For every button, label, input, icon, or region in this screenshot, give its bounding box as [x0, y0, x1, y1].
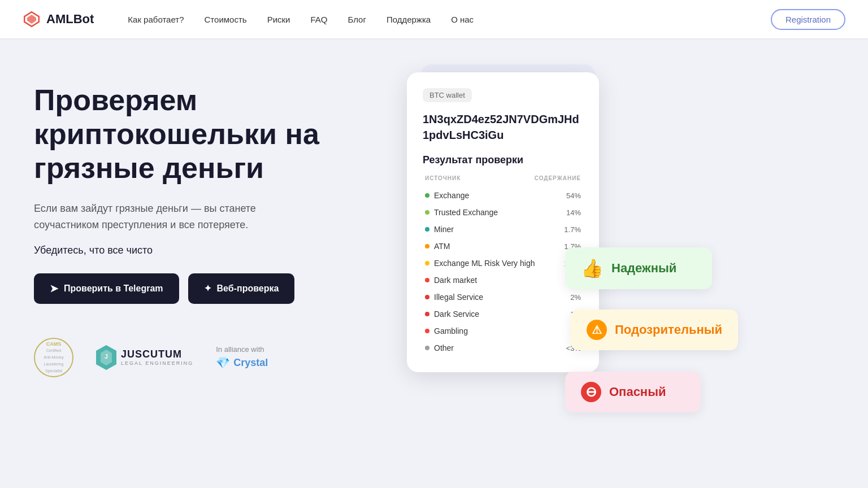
dot-icon: [425, 244, 429, 249]
table-row: Dark market 3%: [423, 272, 583, 289]
logo-text: AMLBot: [46, 12, 94, 27]
table-row: Illegal Service 2%: [423, 289, 583, 306]
table-row: Dark Service 1%: [423, 306, 583, 323]
telegram-button-label: Проверить в Telegram: [64, 284, 163, 294]
warning-icon: ⚠: [587, 320, 607, 340]
juscutum-partner: J JUSCUTUM LEGAL ENGINEERING: [96, 345, 193, 370]
nav-blog[interactable]: Блог: [348, 15, 366, 24]
dot-icon: [425, 346, 429, 350]
dot-icon: [425, 210, 429, 215]
register-button[interactable]: Registration: [771, 9, 845, 30]
web-check-label: Веб-проверка: [217, 284, 279, 294]
table-header: ИСТОЧНИК СОДЕРЖАНИЕ: [423, 175, 583, 181]
demo-section: BTC wallet 1N3qxZD4ez52JN7VDGmJHd1pdvLsH…: [396, 72, 845, 468]
cta-buttons: ➤ Проверить в Telegram ✦ Веб-проверка: [34, 273, 373, 304]
table-row: Trusted Exchange 14%: [423, 204, 583, 221]
table-row: Other <3%: [423, 339, 583, 356]
status-dangerous-card: ⊖ Опасный: [565, 372, 701, 412]
main-content: Проверяем криптокошельки на грязные день…: [0, 38, 868, 468]
svg-marker-1: [27, 15, 36, 24]
dot-icon: [425, 329, 429, 333]
thumbs-up-icon: 👍: [581, 258, 604, 279]
telegram-button[interactable]: ➤ Проверить в Telegram: [34, 273, 179, 304]
dot-icon: [425, 278, 429, 282]
telegram-icon: ➤: [50, 282, 58, 295]
dot-icon: [425, 227, 429, 232]
col-source: ИСТОЧНИК: [425, 175, 461, 181]
crystal-partner: In alliance with 💎 Crystal: [216, 345, 268, 369]
btc-badge: BTC wallet: [423, 88, 472, 102]
crystal-gem-icon: 💎: [216, 356, 230, 369]
status-suspicious-card: ⚠ Подозрительный: [571, 310, 738, 350]
status-dangerous-label: Опасный: [609, 385, 666, 399]
logo-icon: [23, 10, 41, 28]
hero-section: Проверяем криптокошельки на грязные день…: [34, 72, 373, 468]
col-content: СОДЕРЖАНИЕ: [535, 175, 581, 181]
nav-faq[interactable]: FAQ: [310, 15, 327, 24]
result-title: Результат проверки: [423, 154, 583, 166]
hero-subtitle: Если вам зайдут грязные деньги — вы стан…: [34, 201, 305, 233]
partners-section: CAMSCertifiedAnti-MoneyLaunderingSpecial…: [34, 338, 373, 377]
nav-links: Как работает? Стоимость Риски FAQ Блог П…: [128, 15, 771, 24]
table-row: Exchange ML Risk Very high 1.7%: [423, 255, 583, 272]
status-reliable-card: 👍 Надежный: [565, 247, 712, 289]
cams-badge: CAMSCertifiedAnti-MoneyLaunderingSpecial…: [34, 338, 73, 377]
check-card: BTC wallet 1N3qxZD4ez52JN7VDGmJHd1pdvLsH…: [407, 72, 599, 372]
crystal-brand: 💎 Crystal: [216, 356, 268, 369]
crystal-label: Crystal: [233, 357, 268, 369]
hero-title: Проверяем криптокошельки на грязные день…: [34, 84, 373, 185]
svg-text:J: J: [105, 354, 108, 360]
cams-text: CAMSCertifiedAnti-MoneyLaunderingSpecial…: [44, 341, 63, 374]
alliance-label: In alliance with: [216, 345, 264, 354]
table-row: Gambling 3%: [423, 323, 583, 339]
dot-icon: [425, 261, 429, 265]
wallet-address: 1N3qxZD4ez52JN7VDGmJHd1pdvLsHC3iGu: [423, 111, 583, 143]
table-row: ATM 1.7%: [423, 238, 583, 255]
juscutum-text: JUSCUTUM LEGAL ENGINEERING: [121, 348, 193, 366]
juscutum-sub: LEGAL ENGINEERING: [121, 360, 193, 366]
dot-icon: [425, 193, 429, 198]
juscutum-icon: J: [96, 345, 116, 370]
juscutum-name: JUSCUTUM: [121, 348, 193, 360]
logo[interactable]: AMLBot: [23, 10, 94, 28]
nav-support[interactable]: Поддержка: [387, 15, 431, 24]
nav-risks[interactable]: Риски: [267, 15, 290, 24]
nav-cost[interactable]: Стоимость: [205, 15, 247, 24]
status-suspicious-label: Подозрительный: [615, 323, 722, 337]
table-row: Miner 1.7%: [423, 221, 583, 238]
cams-partner: CAMSCertifiedAnti-MoneyLaunderingSpecial…: [34, 338, 73, 377]
hero-cta: Убедитесь, что все чисто: [34, 245, 373, 256]
danger-icon: ⊖: [581, 382, 601, 402]
nav-how[interactable]: Как работает?: [128, 15, 184, 24]
dot-icon: [425, 295, 429, 299]
table-row: Exchange 54%: [423, 187, 583, 204]
aml-icon: ✦: [204, 283, 211, 294]
nav-about[interactable]: О нас: [451, 15, 474, 24]
status-reliable-label: Надежный: [611, 261, 676, 276]
web-check-button[interactable]: ✦ Веб-проверка: [188, 273, 295, 304]
dot-icon: [425, 312, 429, 316]
